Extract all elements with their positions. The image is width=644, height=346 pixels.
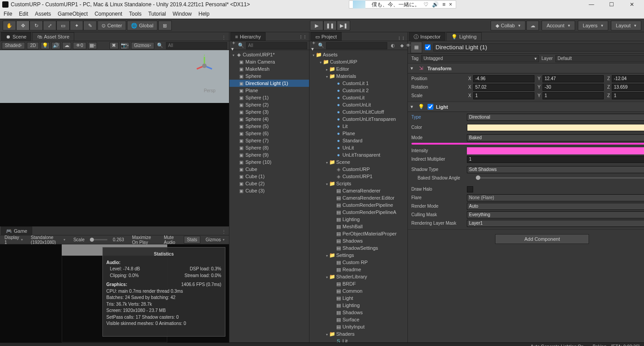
scene-audio-toggle[interactable]: 🔊 [51, 42, 60, 49]
project-item[interactable]: ▤CustomRenderPipelineA [309, 209, 407, 216]
light-color-field[interactable] [467, 124, 644, 131]
project-item[interactable]: ●Lit [309, 123, 407, 130]
tab-lighting[interactable]: 💡Lighting [446, 32, 482, 41]
scale-y[interactable] [542, 92, 604, 99]
scene-camera-settings[interactable]: 📷 [120, 42, 129, 49]
rendering-layer-mask-dropdown[interactable]: Layer1▾ [467, 220, 644, 227]
gameobject-enabled-checkbox[interactable] [425, 44, 431, 50]
hierarchy-item[interactable]: ▣MakeMesh [229, 65, 309, 73]
project-item[interactable]: ●Standard [309, 137, 407, 144]
hierarchy-item[interactable]: ▣Cube (2) [229, 180, 309, 187]
project-item[interactable]: ●UnLit [309, 144, 407, 151]
scene-tab-options[interactable]: ⋮ [219, 35, 229, 41]
project-item[interactable]: 📁Editor [309, 65, 407, 73]
hierarchy-scene-root[interactable]: ◈CustomURP1* [229, 51, 309, 58]
projection-label[interactable]: Persp [204, 88, 216, 93]
hierarchy-item[interactable]: ▣Cube [229, 166, 309, 173]
rotation-y[interactable] [542, 84, 604, 91]
game-tab-options[interactable]: ⋮ [219, 229, 229, 235]
add-component-button[interactable]: Add Component [495, 234, 589, 244]
list-icon[interactable]: ≡ [442, 1, 445, 8]
project-item[interactable]: ▤Custom RP [309, 259, 407, 266]
project-item[interactable]: ●CustomLit [309, 94, 407, 101]
project-item[interactable]: ▤Lighting [309, 302, 407, 309]
menu-assets[interactable]: Assets [35, 11, 51, 17]
aspect-dropdown[interactable]: Standalone (1920x1080) [28, 235, 68, 245]
shadow-type-dropdown[interactable]: Soft Shadows▾ [467, 166, 644, 173]
project-item[interactable]: ▤CustomRenderPipeline [309, 201, 407, 209]
hierarchy-item[interactable]: ▣Cube (3) [229, 187, 309, 194]
account-button[interactable]: Account [542, 21, 575, 30]
menu-edit[interactable]: Edit [19, 11, 28, 17]
hierarchy-item[interactable]: ▣Main Camera [229, 58, 309, 65]
project-item[interactable]: SLit [309, 337, 407, 342]
handle-rotation[interactable]: 🌐Global [127, 21, 157, 30]
project-item[interactable]: 📁Scripts [309, 180, 407, 187]
light-header[interactable]: ▾ 💡 Light ?⎘⋮ [408, 102, 644, 112]
light-mode-dropdown[interactable]: Baked▾ [467, 134, 644, 141]
render-mode-dropdown[interactable]: Auto▾ [467, 203, 644, 210]
pivot-mode[interactable]: ⊙Center [97, 21, 126, 30]
heart-icon[interactable]: ♡ [424, 1, 428, 8]
menu-tools[interactable]: Tools [129, 11, 141, 17]
hierarchy-item[interactable]: ▣Plane [229, 87, 309, 94]
hierarchy-item[interactable]: ▣Sphere (1) [229, 94, 309, 101]
project-item[interactable]: ●CustomLit 1 [309, 80, 407, 87]
mute-audio-toggle[interactable]: Mute Audio [161, 234, 181, 246]
layers-button[interactable]: Layers [578, 21, 608, 30]
position-x[interactable] [473, 75, 534, 82]
hierarchy-search-input[interactable] [246, 42, 307, 49]
close-overlay-icon[interactable]: × [449, 1, 452, 8]
layer-dropdown[interactable]: Default▾ [555, 55, 644, 62]
gameobject-name-field[interactable] [433, 43, 644, 51]
project-item[interactable]: ●UnLitTransparent [309, 151, 407, 158]
project-item[interactable]: ▤Common [309, 287, 407, 295]
project-item[interactable]: 📁ShaderLibrary [309, 273, 407, 280]
flare-field[interactable]: None (Flare)⊙ [467, 194, 644, 201]
hierarchy-item[interactable]: ▣Directional Light (1) [229, 80, 309, 87]
gizmos-dropdown[interactable]: Gizmos [131, 42, 154, 49]
project-item[interactable]: ▤PerObjectMaterialProper [309, 230, 407, 237]
project-item[interactable]: 📁Materials [309, 73, 407, 80]
project-item[interactable]: ▤Shadows [309, 237, 407, 244]
transform-tool[interactable]: ✦ [70, 21, 83, 30]
menu-gameobject[interactable]: GameObject [58, 11, 88, 17]
scene-fx-toggle[interactable]: ☁ [62, 42, 71, 49]
tab-game[interactable]: 🎮Game [1, 226, 32, 235]
project-item[interactable]: ◈CustomURP [309, 166, 407, 173]
play-button[interactable]: ▶ [310, 21, 323, 30]
close-button[interactable]: ✕ [622, 0, 642, 9]
hierarchy-item[interactable]: ▣Sphere (5) [229, 123, 309, 130]
hierarchy-item[interactable]: ▣Sphere (4) [229, 115, 309, 123]
project-item[interactable]: ●CustomLit 2 [309, 87, 407, 94]
menu-component[interactable]: Component [94, 11, 122, 17]
light-enabled-checkbox[interactable] [428, 104, 433, 110]
project-item[interactable]: 📁CustomURP [309, 58, 407, 65]
hierarchy-options[interactable]: ⫶ ⋮ [297, 34, 309, 39]
scale-slider[interactable] [90, 239, 107, 240]
project-item[interactable]: ●Plane [309, 130, 407, 137]
scale-z[interactable] [612, 92, 644, 99]
project-item[interactable]: ▤ShadowSettings [309, 244, 407, 252]
scene-camera-dropdown[interactable]: ▦ [88, 42, 97, 49]
hierarchy-item[interactable]: ▣Sphere (6) [229, 130, 309, 137]
hierarchy-item[interactable]: ▣Sphere [229, 73, 309, 80]
position-y[interactable] [542, 75, 604, 82]
hierarchy-item[interactable]: ▣Cube (1) [229, 173, 309, 180]
tab-asset-store[interactable]: 🛍Asset Store [32, 32, 74, 41]
game-gizmos-toggle[interactable]: Gizmos [203, 236, 227, 243]
project-item[interactable]: ▤BRDF [309, 280, 407, 287]
game-view[interactable]: Statistics Audio: Level: -74.8 dBDSP loa… [0, 244, 229, 342]
project-search-input[interactable] [326, 42, 387, 49]
hierarchy-item[interactable]: ▣Sphere (2) [229, 101, 309, 108]
scene-search-input[interactable] [166, 42, 227, 49]
tab-inspector[interactable]: ⓘInspector [409, 32, 445, 41]
layout-button[interactable]: Layout [611, 21, 641, 30]
project-item[interactable]: ▤UnityInput [309, 323, 407, 330]
hierarchy-item[interactable]: ▣Sphere (9) [229, 151, 309, 158]
intensity-field[interactable] [467, 147, 644, 154]
pause-button[interactable]: ❚❚ [323, 21, 337, 30]
menu-file[interactable]: File [4, 11, 12, 17]
filter-by-label-icon[interactable]: ◆ [398, 42, 406, 49]
cloud-button[interactable]: ☁ [526, 21, 539, 30]
